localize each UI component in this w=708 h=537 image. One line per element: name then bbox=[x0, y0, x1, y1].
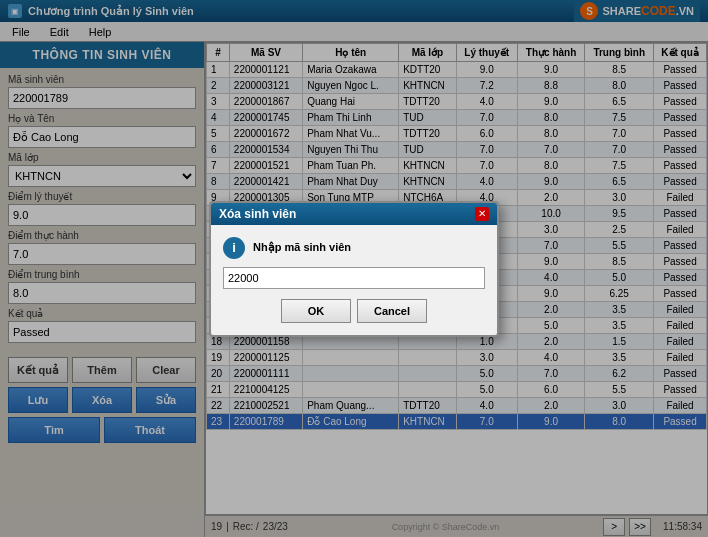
dialog-title-text: Xóa sinh viên bbox=[219, 207, 296, 221]
dialog-input[interactable] bbox=[223, 267, 485, 289]
info-icon: i bbox=[223, 237, 245, 259]
xoa-dialog: Xóa sinh viên ✕ i Nhập mã sinh viên OK C… bbox=[209, 201, 499, 337]
dialog-cancel-button[interactable]: Cancel bbox=[357, 299, 427, 323]
dialog-title-bar: Xóa sinh viên ✕ bbox=[211, 203, 497, 225]
dialog-ok-button[interactable]: OK bbox=[281, 299, 351, 323]
dialog-info-text: Nhập mã sinh viên bbox=[253, 241, 351, 254]
dialog-close-button[interactable]: ✕ bbox=[475, 207, 489, 221]
dialog-overlay: Xóa sinh viên ✕ i Nhập mã sinh viên OK C… bbox=[0, 0, 708, 537]
